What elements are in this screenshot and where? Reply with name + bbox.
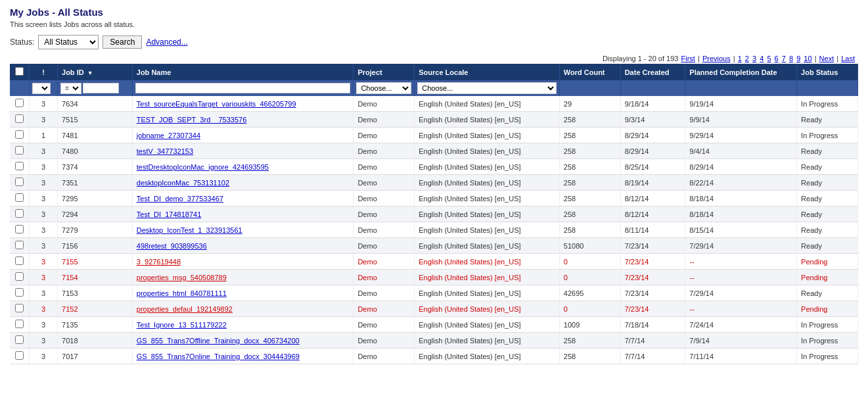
table-row: 3 7135 Test_Ignore_13_511179222 Demo Eng… <box>10 317 858 333</box>
table-row: 3 7018 GS_855_Trans7Offline_Training_doc… <box>10 333 858 349</box>
filter-locale-select[interactable]: Choose... English (United States) [en_US… <box>417 82 557 94</box>
row-checkbox-cell <box>10 175 30 191</box>
jobname-link[interactable]: Test_sourceEqualsTarget_variouskits_4662… <box>137 100 296 108</box>
jobname-link[interactable]: properties_msg_540508789 <box>137 274 227 281</box>
pagination-page-5[interactable]: 5 <box>767 55 771 62</box>
status-label: Status: <box>10 37 34 47</box>
table-row: 3 7156 498retest_903899536 Demo English … <box>10 238 858 254</box>
row-datecreated: 7/23/14 <box>620 285 685 301</box>
pagination-next[interactable]: Next <box>819 55 834 62</box>
row-checkbox[interactable] <box>15 272 24 281</box>
row-locale: English (United States) [en_US] <box>415 270 560 285</box>
jobname-link[interactable]: TEST_JOB_SEPT_3rd__7533576 <box>137 116 247 124</box>
row-checkbox[interactable] <box>15 193 24 202</box>
jobname-link[interactable]: properties_html_840781111 <box>137 289 227 297</box>
row-checkbox[interactable] <box>15 320 24 328</box>
pagination-display: Displaying 1 - 20 of 193 <box>603 55 679 62</box>
row-checkbox[interactable] <box>15 256 24 265</box>
row-jobid: 7017 <box>58 349 133 364</box>
row-locale: English (United States) [en_US] <box>415 96 560 112</box>
advanced-link[interactable]: Advanced... <box>146 37 187 47</box>
pagination-page-7[interactable]: 7 <box>782 55 786 62</box>
filter-excl-op[interactable]: ▼ <box>32 83 51 94</box>
row-locale: English (United States) [en_US] <box>415 206 560 222</box>
row-checkbox[interactable] <box>15 288 24 297</box>
table-row: 3 7154 properties_msg_540508789 Demo Eng… <box>10 270 858 285</box>
row-checkbox[interactable] <box>15 335 24 344</box>
row-checkbox[interactable] <box>15 130 24 139</box>
row-status: Ready <box>797 191 858 206</box>
row-project: Demo <box>354 175 415 191</box>
pagination-previous[interactable]: Previous <box>702 55 731 62</box>
status-select[interactable]: All Status In Progress Ready Pending Com… <box>38 35 99 49</box>
row-checkbox[interactable] <box>15 304 24 312</box>
row-checkbox-cell <box>10 206 30 222</box>
pagination-page-10[interactable]: 10 <box>804 55 811 62</box>
select-all-checkbox[interactable] <box>15 67 24 76</box>
table-row: 3 7374 testDresktopIconMac_ignore_424693… <box>10 159 858 175</box>
row-checkbox[interactable] <box>15 114 24 123</box>
row-jobid: 7154 <box>58 270 133 285</box>
row-checkbox-cell <box>10 191 30 206</box>
row-planneddate: 8/15/14 <box>685 222 797 238</box>
row-jobname: properties_msg_540508789 <box>132 270 354 285</box>
row-project: Demo <box>354 317 415 333</box>
row-planneddate: -- <box>685 254 797 270</box>
filter-jobid-op[interactable]: = ≠ < > <box>60 83 81 94</box>
filter-jobid-input[interactable] <box>83 83 119 93</box>
row-datecreated: 7/7/14 <box>620 333 685 349</box>
jobname-link[interactable]: Test_DI_demo_377533467 <box>137 195 223 203</box>
jobname-link[interactable]: desktopIconMac_753131102 <box>137 179 229 187</box>
jobname-link[interactable]: 3_927619448 <box>137 258 181 266</box>
row-checkbox[interactable] <box>15 209 24 218</box>
row-jobid: 7018 <box>58 333 133 349</box>
search-button[interactable]: Search <box>103 36 142 49</box>
row-jobid: 7152 <box>58 301 133 317</box>
row-planneddate: 8/29/14 <box>685 159 797 175</box>
pagination-bar: Displaying 1 - 20 of 193 First | Previou… <box>10 55 858 62</box>
jobname-link[interactable]: jobname_27307344 <box>137 132 200 139</box>
pagination-page-8[interactable]: 8 <box>789 55 793 62</box>
pagination-page-1[interactable]: 1 <box>738 55 742 62</box>
row-checkbox[interactable] <box>15 99 24 107</box>
jobname-link[interactable]: GS_855_Trans7Online_Training_docx_304443… <box>137 352 300 360</box>
jobname-link[interactable]: 498retest_903899536 <box>137 242 207 250</box>
filter-project-select[interactable]: Choose... Demo <box>356 82 411 94</box>
table-row: 3 7515 TEST_JOB_SEPT_3rd__7533576 Demo E… <box>10 112 858 128</box>
pagination-last[interactable]: Last <box>841 55 855 62</box>
row-wordcount: 258 <box>559 112 620 128</box>
pagination-page-4[interactable]: 4 <box>760 55 764 62</box>
jobname-link[interactable]: GS_855_Trans7Offline_Training_docx_40673… <box>137 337 300 345</box>
row-checkbox-cell <box>10 143 30 159</box>
row-checkbox-cell <box>10 270 30 285</box>
table-row: 3 7295 Test_DI_demo_377533467 Demo Engli… <box>10 191 858 206</box>
jobname-link[interactable]: testV_347732153 <box>137 147 193 155</box>
pagination-page-6[interactable]: 6 <box>775 55 779 62</box>
pagination-page-3[interactable]: 3 <box>752 55 756 62</box>
row-datecreated: 8/12/14 <box>620 191 685 206</box>
row-checkbox[interactable] <box>15 241 24 249</box>
pagination-page-9[interactable]: 9 <box>796 55 800 62</box>
pagination-first[interactable]: First <box>681 55 695 62</box>
row-datecreated: 8/29/14 <box>620 128 685 143</box>
row-datecreated: 7/7/14 <box>620 349 685 364</box>
row-checkbox[interactable] <box>15 162 24 170</box>
col-header-jobid[interactable]: Job ID ▼ <box>58 64 133 80</box>
row-checkbox[interactable] <box>15 351 24 360</box>
row-checkbox[interactable] <box>15 178 24 186</box>
pagination-page-2[interactable]: 2 <box>745 55 749 62</box>
row-excl: 3 <box>30 175 58 191</box>
jobname-link[interactable]: Desktop_IconTest_1_323913561 <box>137 226 242 234</box>
jobname-link[interactable]: testDresktopIconMac_ignore_424693595 <box>137 163 269 171</box>
filter-jobname-input[interactable] <box>135 83 351 93</box>
row-checkbox[interactable] <box>15 146 24 155</box>
row-excl: 3 <box>30 317 58 333</box>
row-checkbox[interactable] <box>15 225 24 233</box>
jobname-link[interactable]: Test_DI_174818741 <box>137 210 201 218</box>
row-planneddate: 9/19/14 <box>685 96 797 112</box>
jobname-link[interactable]: Test_Ignore_13_511179222 <box>137 321 227 329</box>
row-jobname: Test_Ignore_13_511179222 <box>132 317 354 333</box>
table-row: 3 7634 Test_sourceEqualsTarget_variouski… <box>10 96 858 112</box>
row-excl: 3 <box>30 191 58 206</box>
jobname-link[interactable]: properties_defaul_192149892 <box>137 305 233 313</box>
